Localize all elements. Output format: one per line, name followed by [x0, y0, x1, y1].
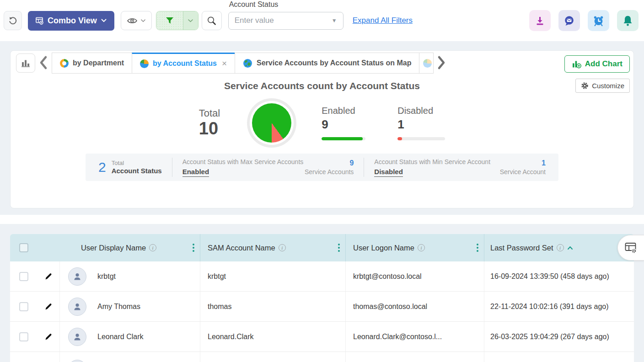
eye-icon: [127, 17, 138, 24]
min-label: Account Status with Min Service Account: [374, 158, 490, 166]
info-icon[interactable]: [149, 244, 156, 251]
chart-content: Total 10 Enabled 9 Disabled 1: [11, 103, 633, 143]
account-status-select[interactable]: Enter value ▼: [228, 12, 343, 30]
legend-value: 9: [322, 117, 369, 132]
info-icon[interactable]: [557, 244, 564, 251]
user-logon-name: Leonard.Clark@contoso.l...: [345, 322, 484, 351]
tab-label: by Department: [73, 59, 124, 67]
person-icon: [72, 272, 82, 282]
column-label: User Logon Name: [353, 244, 414, 252]
total-value: 10: [199, 119, 220, 138]
column-menu-icon[interactable]: [337, 242, 341, 253]
header-select-all: [10, 234, 38, 261]
customize-button[interactable]: Customize: [575, 79, 630, 93]
min-status-link[interactable]: Disabled: [374, 167, 403, 177]
person-icon: [72, 332, 82, 342]
enabled-bar-fill: [322, 137, 362, 140]
row-checkbox[interactable]: [19, 302, 28, 311]
filter-button[interactable]: [156, 11, 183, 30]
bar-chart-icon: [21, 58, 31, 68]
summary-divider: [364, 158, 364, 177]
account-status-pie-chart[interactable]: [252, 103, 291, 143]
min-unit: Service Account: [500, 168, 546, 176]
summary-total-top: Total: [112, 160, 162, 167]
close-icon[interactable]: ×: [222, 59, 227, 69]
pie-chart-icon: [140, 59, 149, 68]
combo-view-label: Combo View: [48, 16, 97, 26]
edit-button[interactable]: [38, 322, 59, 351]
last-password-set: 16-09-2024 13:39:50 (458 days ago): [484, 261, 634, 291]
summary-total-labels: Total Account Status: [112, 160, 162, 176]
tab-by-department[interactable]: by Department: [52, 53, 132, 74]
chart-title: Service Accounts count by Account Status: [11, 80, 633, 91]
tab-service-accounts-map[interactable]: Service Accounts by Account Status on Ma…: [235, 53, 419, 74]
header-sam-account-name[interactable]: SAM Account Name: [200, 234, 345, 261]
legend-enabled: Enabled 9: [322, 106, 369, 140]
chart-panel: by Department by Account Status × Servic…: [0, 41, 644, 215]
search-button[interactable]: [202, 11, 222, 30]
accounts-table: User Display Name SAM Account Name User …: [10, 234, 634, 362]
pencil-icon: [44, 303, 53, 311]
max-value: 9: [305, 159, 354, 168]
edit-button[interactable]: [38, 292, 59, 321]
avatar: [68, 267, 86, 286]
tab-label: Service Accounts by Account Status on Ma…: [257, 59, 411, 67]
add-chart-label: Add Chart: [585, 59, 623, 69]
filter-split-button[interactable]: [156, 11, 199, 30]
enabled-bar: [322, 137, 365, 140]
chevron-down-icon: [188, 19, 193, 22]
sam-account-name: Leonard.Clark: [200, 322, 345, 351]
select-all-checkbox[interactable]: [19, 243, 28, 252]
message-feedback-button[interactable]: [558, 10, 580, 31]
header-user-display-name[interactable]: User Display Name: [38, 234, 200, 261]
column-menu-icon[interactable]: [475, 242, 480, 253]
header-user-logon-name[interactable]: User Logon Name: [345, 234, 484, 261]
expand-all-filters-link[interactable]: Expand All Filters: [353, 16, 413, 25]
top-toolbar: Combo View: [0, 0, 644, 41]
refresh-icon: [8, 16, 17, 25]
pie-chart-icon: [423, 59, 432, 68]
add-chart-button[interactable]: Add Chart: [564, 55, 630, 73]
table-row: Leonard Clark Leonard.Clark Leonard.Clar…: [10, 322, 634, 352]
pencil-icon: [44, 272, 53, 281]
view-options-button[interactable]: [121, 11, 152, 30]
tabs-scroll-left-button[interactable]: [35, 55, 52, 71]
tab-partial[interactable]: [419, 53, 434, 74]
table-row-partial: [10, 352, 634, 362]
info-icon[interactable]: [418, 244, 425, 251]
notifications-button[interactable]: [617, 10, 639, 31]
tabs-scroll-right-button[interactable]: [433, 55, 450, 71]
toolbar-right-icons: [529, 10, 639, 31]
avatar: [68, 360, 86, 362]
scheduled-reports-button[interactable]: [588, 10, 609, 31]
user-logon-name: thomas@contoso.local: [345, 292, 484, 321]
row-checkbox[interactable]: [19, 272, 28, 281]
legend-disabled: Disabled 1: [397, 106, 445, 140]
user-display-name: Amy Thomas: [97, 303, 140, 311]
max-unit: Service Accounts: [305, 168, 354, 176]
chevron-down-icon: [101, 19, 107, 22]
last-password-set: 22-11-2024 10:02:16 (391 days ago): [484, 292, 634, 321]
column-settings-icon: [625, 242, 637, 254]
user-logon-name: krbtgt@contoso.local: [345, 261, 484, 291]
max-label: Account Status with Max Service Accounts: [182, 158, 304, 166]
header-last-password-set[interactable]: Last Password Set: [484, 234, 634, 261]
tab-by-account-status[interactable]: by Account Status ×: [132, 53, 235, 74]
disabled-bar-fill: [397, 137, 402, 140]
filter-dropdown-button[interactable]: [183, 11, 198, 30]
avatar: [68, 328, 86, 346]
alarm-clock-icon: [593, 15, 604, 27]
column-chooser-button[interactable]: [617, 235, 644, 261]
export-download-button[interactable]: [529, 10, 551, 31]
row-checkbox[interactable]: [19, 332, 28, 341]
filter-icon: [165, 16, 174, 25]
column-label: User Display Name: [81, 244, 146, 252]
combo-view-button[interactable]: Combo View: [28, 11, 114, 31]
sort-asc-icon[interactable]: [567, 246, 573, 250]
chart-type-button[interactable]: [16, 53, 35, 73]
info-icon[interactable]: [279, 244, 286, 251]
max-status-link[interactable]: Enabled: [182, 167, 209, 177]
edit-button[interactable]: [38, 261, 59, 291]
column-menu-icon[interactable]: [191, 242, 196, 253]
refresh-button[interactable]: [4, 11, 22, 30]
